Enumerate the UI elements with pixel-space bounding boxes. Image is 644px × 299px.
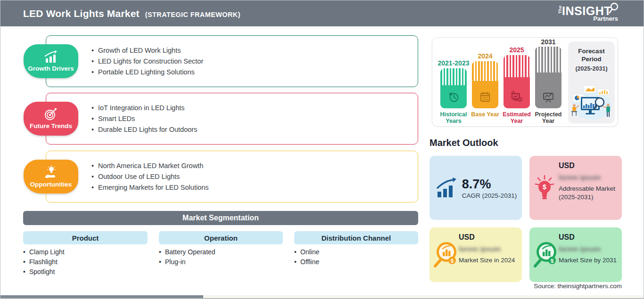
source-text: Source: theinsightpartners.com (429, 283, 622, 290)
bar-stripes (440, 68, 467, 85)
list-item: Smart LEDs (91, 115, 418, 122)
base-year-bar (472, 61, 498, 108)
bar-stripes (472, 61, 498, 81)
magnifier-icon (609, 2, 619, 14)
segment-header-product: Product (23, 231, 148, 244)
badge-label: Growth Drivers (28, 65, 74, 72)
forecast-range: (2025-2031) (568, 65, 615, 72)
card-text: USD lorem ipsum Market Size in 2024 (459, 233, 518, 265)
forecast-panel: Forecast Period (2025-2031) (568, 41, 615, 123)
currency-label: USD (459, 233, 518, 242)
market-size-2024-card: $ USD lorem ipsum Market Size in 2024 (429, 227, 522, 282)
timeline-caption: Estimated Year (499, 111, 535, 124)
bulb-dollar-icon: $ (534, 175, 555, 201)
cagr-growth-icon (435, 178, 457, 198)
list-item: Growth of LED Work Lights (91, 47, 418, 54)
historical-years-bar (440, 68, 467, 108)
card-text: USD lorem ipsum Market Size by 2031 (559, 233, 618, 265)
timeline-card: 2021-2023 2024 2025 2031 (432, 37, 618, 127)
future-trends-box: Future Trends IoT Integration in LED Lig… (46, 93, 418, 145)
opportunities-list: North America LED Market Growth Outdoor … (46, 151, 418, 202)
growth-drivers-box: Growth Drivers Growth of LED Work Lights… (46, 35, 418, 87)
footer-strip (0, 295, 644, 299)
estimated-year-bar (504, 55, 530, 108)
future-trends-badge: Future Trends (24, 102, 78, 136)
timeline-caption: Base Year (467, 111, 503, 118)
growth-drivers-list: Growth of LED Work Lights LED Lights for… (46, 36, 418, 87)
segment-header-operation: Operation (159, 231, 283, 244)
page-title: LED Work Lights Market (23, 8, 140, 19)
svg-text:$: $ (551, 258, 553, 264)
badge-label: Opportunities (30, 181, 72, 188)
timeline-year: 2025 (499, 46, 535, 54)
card-label: Market Size in 2024 (459, 256, 518, 265)
logo-row: The INSIGHT (558, 5, 619, 17)
bar-stripes (535, 47, 561, 73)
logo-the: The (558, 8, 562, 14)
currency-label: USD (559, 233, 618, 242)
growth-chart-icon (43, 50, 58, 64)
growth-drivers-badge: Growth Drivers (24, 44, 78, 78)
list-item: Online (294, 247, 319, 257)
analytics-illustration (570, 83, 613, 121)
list-item: Flashlight (23, 257, 65, 267)
segmentation-title-bar: Market Segmentation (23, 211, 418, 225)
market-size-2031-card: $ USD lorem ipsum Market Size by 2031 (529, 227, 622, 282)
cagr-label: CAGR (2025-2031) (462, 192, 517, 199)
blurred-value: lorem ipsum (559, 245, 618, 253)
forecast-line2: Period (568, 55, 615, 63)
badge-label: Future Trends (30, 122, 72, 129)
cagr-text: 8.7% CAGR (2025-2031) (462, 177, 517, 199)
presentation-chart-icon (542, 91, 554, 103)
market-outlook-title: Market Outlook (429, 137, 498, 148)
svg-text:$: $ (543, 183, 546, 191)
magnifier-dollar-green-icon: $ (531, 240, 559, 269)
page-subtitle: (STRATEGIC FRAMEWORK) (145, 11, 240, 18)
list-item: Plug-in (159, 257, 215, 267)
forecast-line1: Forecast (568, 47, 615, 55)
list-item: Emerging Markets for LED Solutions (91, 184, 418, 191)
hand-bulb-icon (43, 165, 58, 179)
logo: The INSIGHT Partners (558, 5, 619, 22)
timeline-caption: Historical Years (436, 111, 471, 124)
infographic-page: LED Work Lights Market (STRATEGIC FRAMEW… (0, 0, 644, 299)
timeline-caption: Projected Year (530, 111, 566, 124)
currency-label: USD (559, 162, 618, 170)
list-item: Durable LED Lights for Outdoors (91, 126, 418, 133)
list-item: LED Lights for Construction Sector (91, 57, 418, 65)
gear-chart-icon (510, 91, 523, 103)
logo-name: INSIGHT (562, 5, 611, 17)
list-item: Battery Operated (159, 247, 215, 257)
addressable-market-card: $ USD lorem ipsum Addressable Market (20… (529, 156, 622, 220)
future-trends-list: IoT Integration in LED Lights Smart LEDs… (46, 93, 418, 144)
header: LED Work Lights Market (STRATEGIC FRAMEW… (0, 0, 644, 26)
card-label: Addressable Market (2025-2031) (559, 185, 618, 202)
blurred-value: lorem ipsum (559, 173, 618, 181)
list-item: IoT Integration in LED Lights (91, 104, 418, 112)
clock-history-icon (447, 91, 460, 103)
svg-text:$: $ (451, 258, 454, 264)
product-list: Clamp Light Flashlight Spotlight (23, 247, 65, 277)
target-icon (44, 108, 58, 121)
list-item: North America LED Market Growth (91, 162, 418, 170)
magnifier-chart-orange-icon: $ (431, 240, 459, 269)
list-item: Clamp Light (23, 247, 65, 257)
cagr-value: 8.7% (462, 177, 517, 191)
opportunities-box: Opportunities North America LED Market G… (46, 151, 418, 202)
timeline-year: 2021-2023 (436, 59, 471, 67)
cagr-card: 8.7% CAGR (2025-2031) (429, 156, 522, 220)
header-title-wrap: LED Work Lights Market (STRATEGIC FRAMEW… (23, 8, 240, 19)
list-item: Outdoor Use of LED Lights (91, 173, 418, 180)
list-item: Portable LED Lighting Solutions (91, 68, 418, 76)
list-item: Spotlight (23, 267, 65, 277)
distribution-list: Online Offline (294, 247, 319, 267)
timeline-year: 2031 (530, 38, 566, 46)
projected-year-bar (535, 47, 561, 108)
list-item: Offline (294, 257, 319, 267)
bar-stripes (504, 55, 530, 77)
card-label: Market Size by 2031 (559, 256, 618, 265)
timeline-year: 2024 (467, 52, 503, 60)
operation-list: Battery Operated Plug-in (159, 247, 215, 267)
opportunities-badge: Opportunities (24, 160, 78, 194)
card-text: USD lorem ipsum Addressable Market (2025… (559, 162, 618, 202)
